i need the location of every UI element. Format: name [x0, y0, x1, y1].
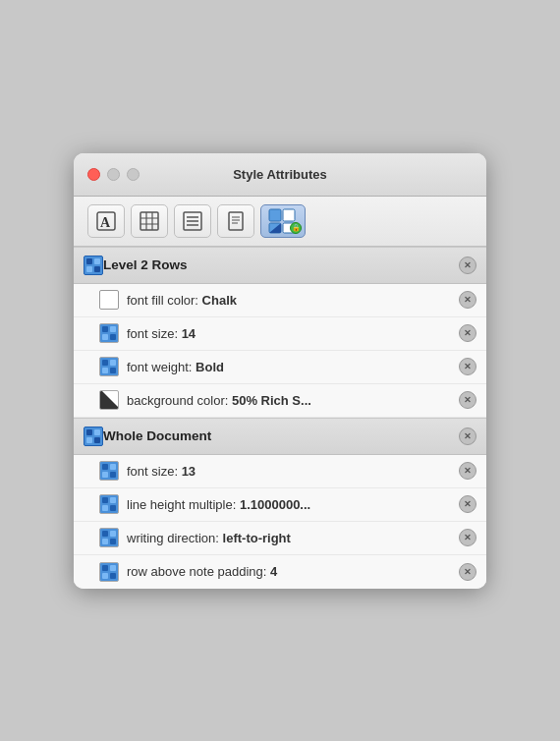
toolbar: A — [74, 197, 486, 247]
svg-rect-15 — [269, 209, 281, 221]
table-style-button[interactable] — [131, 204, 168, 238]
page-style-button[interactable] — [217, 204, 254, 238]
attr-row-padding-row: row above note padding: 4 — [74, 555, 486, 589]
section-level2rows-title: Level 2 Rows — [103, 257, 459, 272]
svg-rect-11 — [229, 212, 243, 230]
close-button[interactable] — [87, 168, 100, 181]
maximize-button[interactable] — [127, 168, 140, 181]
attr-font-fill-color-row: font fill color: Chalk — [74, 284, 486, 317]
attr-writing-dir-text: writing direction: left-to-right — [127, 531, 459, 545]
remove-font-size-2-button[interactable] — [459, 462, 476, 480]
font-weight-icon — [99, 357, 119, 376]
attr-writing-dir-row: writing direction: left-to-right — [74, 522, 486, 555]
attr-font-fill-color-text: font fill color: Chalk — [127, 293, 459, 308]
remove-row-padding-button[interactable] — [459, 563, 476, 581]
remove-font-size-1-button[interactable] — [459, 324, 476, 342]
attr-font-size-2-text: font size: 13 — [127, 464, 459, 479]
font-fill-color-icon — [99, 290, 119, 310]
titlebar: Style Attributes — [74, 153, 486, 197]
svg-rect-2 — [140, 212, 158, 230]
attr-bg-color-text: background color: 50% Rich S... — [127, 393, 459, 408]
attr-bg-color-row: background color: 50% Rich S... — [74, 384, 486, 418]
content-area: Level 2 Rows font fill color: Chalk font… — [74, 247, 486, 589]
writing-dir-icon — [99, 528, 119, 547]
section-level2rows-icon — [84, 256, 103, 275]
line-height-icon — [99, 494, 119, 514]
font-size-1-icon — [99, 323, 119, 343]
section-level2rows-header: Level 2 Rows — [74, 247, 486, 284]
attr-font-size-1-row: font size: 14 — [74, 317, 486, 351]
attr-line-height-row: line height multiple: 1.1000000... — [74, 488, 486, 522]
lock-badge-icon — [290, 222, 302, 234]
remove-bg-color-button[interactable] — [459, 391, 476, 409]
remove-font-fill-color-button[interactable] — [459, 291, 476, 309]
remove-section-level2rows-button[interactable] — [459, 256, 476, 274]
remove-writing-dir-button[interactable] — [459, 529, 476, 546]
font-size-2-icon — [99, 461, 119, 481]
section-wholedoc-title: Whole Document — [103, 428, 459, 443]
list-style-button[interactable] — [174, 204, 211, 238]
svg-text:A: A — [100, 215, 111, 230]
traffic-lights — [87, 168, 140, 181]
remove-line-height-button[interactable] — [459, 495, 476, 513]
remove-section-wholedoc-button[interactable] — [459, 428, 476, 445]
attr-row-padding-text: row above note padding: 4 — [127, 564, 459, 579]
text-style-button[interactable]: A — [87, 204, 125, 238]
row-padding-icon — [99, 562, 119, 582]
attr-font-weight-text: font weight: Bold — [127, 360, 459, 374]
attr-line-height-text: line height multiple: 1.1000000... — [127, 497, 459, 512]
window-title: Style Attributes — [233, 167, 327, 182]
style-attributes-window: Style Attributes A — [74, 153, 486, 589]
remove-font-weight-button[interactable] — [459, 358, 476, 375]
style-attributes-button[interactable] — [260, 204, 306, 238]
attr-font-weight-row: font weight: Bold — [74, 351, 486, 384]
svg-rect-16 — [283, 209, 295, 221]
section-wholedoc-header: Whole Document — [74, 418, 486, 455]
minimize-button[interactable] — [107, 168, 120, 181]
section-wholedoc-icon — [84, 427, 103, 446]
bg-color-icon — [99, 390, 119, 410]
attr-font-size-1-text: font size: 14 — [127, 326, 459, 341]
attr-font-size-2-row: font size: 13 — [74, 455, 486, 488]
